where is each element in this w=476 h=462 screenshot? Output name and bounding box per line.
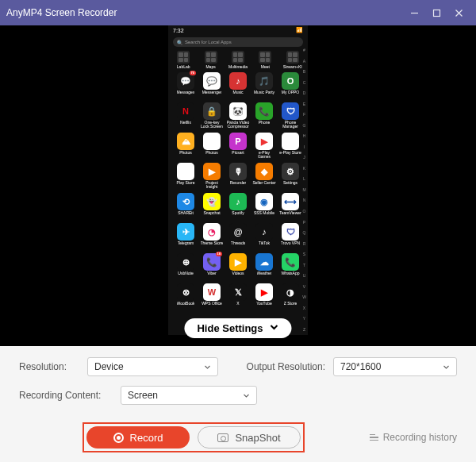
phone-app: 📞WhatsApp: [278, 253, 302, 282]
phone-app: ⊕UsbNote: [174, 253, 198, 282]
phone-app: 💬76Messages: [174, 72, 198, 101]
snapshot-button[interactable]: SnapShot: [198, 426, 301, 449]
output-resolution-select[interactable]: 720*1600: [333, 357, 457, 376]
phone-app-grid: 💬76Messages💬Messenger♪Music🎵Music PartyO…: [168, 72, 308, 312]
preview-area: 7:32 📶 🔍 Search for Local Apps LabLabMap…: [0, 25, 476, 346]
chevron-down-icon: [204, 364, 211, 371]
snapshot-label: SnapShot: [235, 432, 280, 444]
phone-folder: Meet: [253, 51, 277, 69]
phone-folder: Multimedia: [226, 51, 250, 69]
phone-app: ⊗WootBook: [174, 283, 198, 312]
recording-content-value: Screen: [128, 390, 158, 401]
resolution-select[interactable]: Device: [87, 357, 218, 376]
phone-app: ▶e-Play Games: [252, 133, 276, 161]
record-label: Record: [130, 432, 163, 444]
close-button[interactable]: [447, 2, 470, 24]
phone-app: 👻Snapchat: [200, 193, 224, 221]
settings-panel: Resolution: Device Output Resolution: 72…: [0, 346, 476, 422]
phone-app: OMy OPPO: [278, 72, 302, 101]
phone-app: 🛡Phone Manager: [278, 102, 302, 131]
wifi-icon: 📶: [296, 27, 303, 33]
phone-app: @Threads: [226, 223, 250, 252]
action-highlight: Record SnapShot: [83, 422, 305, 452]
maximize-button[interactable]: [425, 2, 447, 24]
phone-app: ▶Play Store: [174, 163, 198, 191]
phone-app: WWPS Office: [200, 283, 224, 312]
phone-screen: 7:32 📶 🔍 Search for Local Apps LabLabMap…: [168, 25, 308, 335]
svg-rect-1: [433, 10, 440, 16]
phone-app: ▶e-Play Store: [278, 133, 302, 161]
camera-icon: [217, 433, 228, 442]
phone-app: ✦Photos: [200, 133, 224, 161]
phone-app: NNetflix: [174, 102, 198, 131]
phone-app: ☁Weather: [252, 253, 276, 282]
phone-app: ✈Telegram: [174, 223, 198, 252]
phone-search-bar: 🔍 Search for Local Apps: [173, 37, 303, 47]
phone-app: ◆Seller Center: [252, 163, 276, 191]
phone-app: ◉SSS Mobile: [252, 193, 276, 221]
phone-time: 7:32: [173, 28, 184, 33]
phone-app: 📞Phone: [252, 102, 276, 131]
resolution-value: Device: [94, 361, 124, 372]
record-icon: [113, 433, 124, 443]
phone-app: ⚙Settings: [278, 163, 302, 191]
phone-folder: Maps: [199, 51, 223, 69]
list-icon: [370, 434, 378, 441]
chevron-down-icon: [270, 322, 279, 334]
chevron-down-icon: [243, 392, 250, 399]
search-icon: 🔍: [177, 40, 182, 45]
recording-content-label: Recording Content:: [19, 390, 113, 401]
recording-content-select[interactable]: Screen: [121, 386, 257, 405]
phone-app: ⟲SHAREit: [174, 193, 198, 221]
phone-app: ♪TikTok: [252, 223, 276, 252]
output-resolution-value: 720*1600: [340, 361, 381, 372]
phone-status-bar: 7:32 📶: [168, 25, 308, 35]
recording-history-label: Recording history: [383, 432, 457, 443]
phone-app: ♪Spotify: [226, 193, 250, 221]
phone-app: ◔Theme Store: [200, 223, 224, 252]
hide-settings-button[interactable]: Hide Settings: [184, 318, 291, 338]
app-title: AnyMP4 Screen Recorder: [6, 7, 403, 18]
phone-app: ♪Music: [226, 72, 250, 101]
phone-app: 🔒One-key Lock Screen: [200, 102, 224, 131]
search-placeholder: Search for Local Apps: [185, 40, 232, 44]
phone-folder-row: LabLabMapsMultimediaMeetStream+KI: [168, 49, 308, 72]
titlebar: AnyMP4 Screen Recorder: [0, 0, 476, 25]
minimize-button[interactable]: [403, 2, 425, 24]
chevron-down-icon: [443, 364, 450, 371]
phone-app: ▶Videos: [226, 253, 250, 282]
phone-alpha-index: #ABCDEFGHIJKLMNOPQRSTUVWXYZ: [301, 48, 307, 332]
phone-app: 𝕏X: [226, 283, 250, 312]
phone-app: 🎙Recorder: [226, 163, 250, 191]
output-resolution-label: Output Resolution:: [247, 361, 325, 372]
phone-app: ⟷TeamViewer: [278, 193, 302, 221]
resolution-label: Resolution:: [19, 361, 79, 372]
recording-history-link[interactable]: Recording history: [370, 432, 457, 443]
phone-app: PPicsart: [226, 133, 250, 161]
hide-settings-label: Hide Settings: [197, 322, 263, 334]
phone-app: ⛰Photos: [174, 133, 198, 161]
phone-app: 💬Messenger: [200, 72, 224, 101]
phone-app: 🛡Trovo VPN: [278, 223, 302, 252]
phone-folder: LabLab: [171, 51, 195, 69]
phone-app: 📞18Viber: [200, 253, 224, 282]
phone-app: 🎵Music Party: [252, 72, 276, 101]
action-bar: Record SnapShot Recording history: [0, 422, 476, 462]
record-button[interactable]: Record: [86, 426, 190, 449]
phone-app: ▶YouTube: [252, 283, 276, 312]
phone-app: 🐼Panda Video Compressor: [226, 102, 250, 131]
phone-app: ▶Project Insight: [200, 163, 224, 191]
phone-app: ◑Z Store: [278, 283, 302, 312]
